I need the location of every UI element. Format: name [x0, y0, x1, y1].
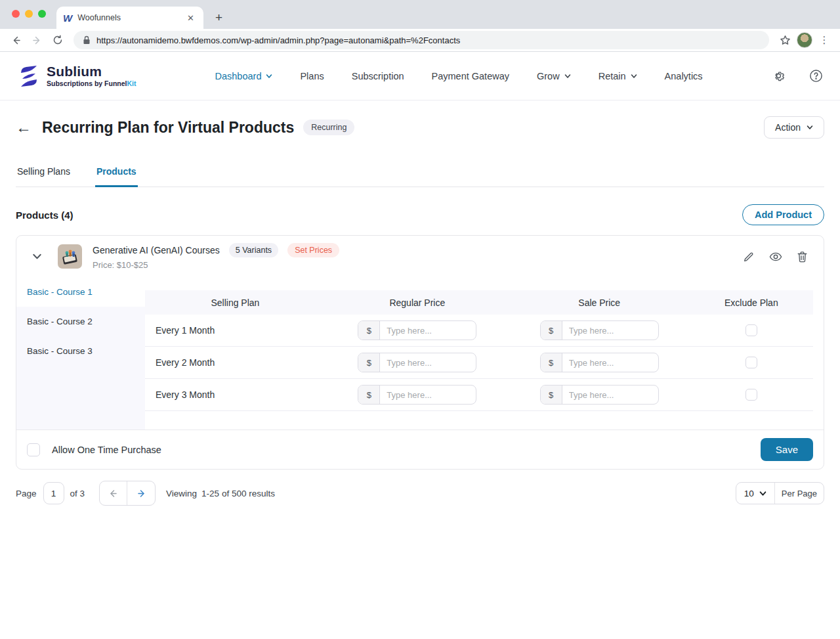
logo-title: Sublium	[47, 64, 136, 79]
browser-profile-avatar[interactable]	[797, 32, 812, 48]
sale-price-input[interactable]: $	[540, 320, 659, 340]
per-page-select[interactable]: 10	[736, 483, 775, 504]
nav-retain[interactable]: Retain	[598, 71, 637, 81]
minimize-window-button[interactable]	[25, 10, 33, 18]
page-number-input[interactable]	[43, 482, 64, 504]
tab-close-icon[interactable]: ✕	[184, 12, 197, 24]
set-prices-badge: Set Prices	[287, 243, 339, 257]
plan-name: Every 3 Month	[145, 389, 326, 400]
address-bar[interactable]: https://autonamidemo.bwfdemos.com/wp-adm…	[74, 31, 769, 49]
currency-prefix: $	[358, 353, 380, 372]
sublium-logo[interactable]: Sublium Subscriptions by FunnelKit	[17, 64, 136, 89]
pagination-bar: Page of 3 Viewing 1-25 of 500 results 10…	[16, 481, 824, 506]
exclude-plan-checkbox[interactable]	[746, 357, 757, 368]
add-product-button[interactable]: Add Product	[742, 204, 824, 225]
bookmark-star-icon[interactable]	[776, 31, 794, 49]
sale-price-input[interactable]: $	[540, 353, 659, 372]
variant-tab-course-1[interactable]: Basic - Course 1	[16, 277, 145, 307]
one-time-purchase-checkbox[interactable]	[27, 443, 40, 456]
recurring-badge: Recurring	[303, 120, 354, 135]
variant-tab-course-2[interactable]: Basic - Course 2	[16, 307, 145, 336]
header-icons	[772, 69, 823, 83]
close-window-button[interactable]	[12, 10, 20, 18]
products-count-title: Products (4)	[16, 209, 74, 221]
nav-analytics[interactable]: Analytics	[665, 71, 703, 81]
chevron-down-icon	[266, 73, 272, 79]
page-of-label: of 3	[70, 489, 85, 498]
edit-pencil-icon[interactable]	[743, 251, 755, 263]
regular-price-field[interactable]	[380, 390, 476, 400]
forward-icon[interactable]	[28, 31, 46, 49]
collapse-chevron-icon[interactable]	[32, 252, 42, 261]
regular-price-input[interactable]: $	[358, 353, 476, 372]
next-page-icon[interactable]	[127, 481, 155, 505]
per-page-control: 10 Per Page	[736, 482, 824, 504]
back-icon[interactable]	[7, 31, 25, 49]
product-title: Generative AI (GenAI) Courses	[93, 245, 220, 255]
chevron-down-icon	[631, 73, 637, 79]
reload-icon[interactable]	[49, 31, 67, 49]
plan-name: Every 1 Month	[145, 325, 326, 336]
products-section-header: Products (4) Add Product	[16, 204, 824, 225]
sale-price-field[interactable]	[562, 390, 658, 400]
chevron-down-icon	[807, 124, 813, 131]
site-favicon: W	[63, 13, 72, 23]
help-icon[interactable]	[809, 69, 823, 83]
new-tab-button[interactable]: +	[211, 11, 226, 25]
sale-price-field[interactable]	[562, 326, 658, 336]
viewing-results-text: Viewing 1-25 of 500 results	[166, 489, 275, 498]
variant-tab-course-3[interactable]: Basic - Course 3	[16, 336, 145, 366]
product-card-body: Basic - Course 1 Basic - Course 2 Basic …	[16, 277, 824, 430]
tab-selling-plans[interactable]: Selling Plans	[16, 161, 72, 187]
logo-subtitle: Subscriptions by FunnelKit	[47, 79, 136, 87]
delete-trash-icon[interactable]	[797, 251, 808, 263]
page-title: Recurring Plan for Virtual Products	[42, 119, 294, 137]
one-time-purchase-label: Allow One Time Purchase	[52, 445, 161, 455]
currency-prefix: $	[358, 321, 380, 340]
regular-price-field[interactable]	[380, 326, 476, 336]
nav-dashboard[interactable]: Dashboard	[215, 71, 273, 81]
plan-name: Every 2 Month	[145, 357, 326, 368]
variant-nav: Basic - Course 1 Basic - Course 2 Basic …	[16, 277, 145, 430]
page-head: ← Recurring Plan for Virtual Products Re…	[16, 116, 824, 139]
settings-gear-icon[interactable]	[772, 69, 786, 83]
currency-prefix: $	[358, 386, 380, 404]
browser-tab[interactable]: W Woofunnels ✕	[56, 7, 203, 29]
sale-price-input[interactable]: $	[540, 385, 659, 405]
nav-grow[interactable]: Grow	[537, 71, 571, 81]
regular-price-input[interactable]: $	[358, 385, 476, 405]
back-arrow-icon[interactable]: ←	[16, 120, 32, 135]
chevron-down-icon	[564, 73, 571, 79]
app-header: Sublium Subscriptions by FunnelKit Dashb…	[0, 52, 840, 100]
nav-payment-gateway[interactable]: Payment Gateway	[432, 71, 509, 81]
currency-prefix: $	[541, 321, 562, 340]
regular-price-field[interactable]	[380, 358, 476, 368]
table-row: Every 3 Month $ $	[145, 379, 813, 411]
per-page-label: Per Page	[775, 489, 824, 498]
currency-prefix: $	[541, 386, 562, 404]
allow-one-time-purchase[interactable]: Allow One Time Purchase	[27, 443, 161, 456]
nav-plans[interactable]: Plans	[300, 71, 324, 81]
sublium-logo-icon	[17, 64, 41, 89]
product-actions	[743, 251, 808, 263]
browser-menu-icon[interactable]: ⋮	[815, 31, 833, 49]
nav-subscription[interactable]: Subscription	[352, 71, 404, 81]
browser-tab-strip: W Woofunnels ✕ +	[0, 0, 840, 29]
save-button[interactable]: Save	[761, 438, 813, 461]
prev-page-icon[interactable]	[100, 481, 127, 505]
zoom-window-button[interactable]	[38, 10, 46, 18]
regular-price-input[interactable]: $	[358, 320, 476, 340]
product-card-footer: Allow One Time Purchase Save	[16, 430, 824, 469]
product-info: Generative AI (GenAI) Courses 5 Variants…	[93, 243, 339, 270]
page-tabs: Selling Plans Products	[16, 161, 824, 187]
exclude-plan-checkbox[interactable]	[746, 324, 757, 336]
col-sale-price: Sale Price	[509, 297, 690, 308]
view-eye-icon[interactable]	[769, 251, 782, 263]
main-nav: Dashboard Plans Subscription Payment Gat…	[215, 71, 752, 81]
sale-price-field[interactable]	[562, 358, 658, 368]
browser-toolbar: https://autonamidemo.bwfdemos.com/wp-adm…	[0, 29, 840, 51]
exclude-plan-checkbox[interactable]	[746, 389, 757, 401]
table-header-row: Selling Plan Regular Price Sale Price Ex…	[145, 290, 813, 315]
tab-products[interactable]: Products	[95, 161, 138, 187]
action-button[interactable]: Action	[764, 116, 824, 139]
